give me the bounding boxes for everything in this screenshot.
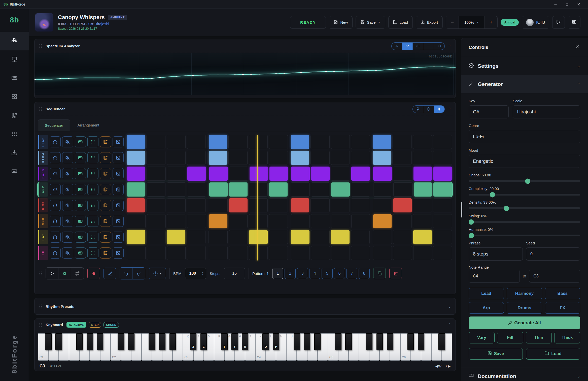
- step-cell-9[interactable]: [291, 167, 310, 181]
- step-cell-14[interactable]: [393, 167, 412, 181]
- library-button[interactable]: [100, 152, 111, 163]
- step-cell-6[interactable]: [228, 135, 247, 149]
- black-key-C#5[interactable]: [335, 333, 341, 350]
- scale-input[interactable]: Hirajoshi: [513, 105, 580, 118]
- track-label[interactable]: HARM: [38, 151, 48, 165]
- randomize-button[interactable]: [113, 200, 124, 211]
- step-cell-5[interactable]: [209, 167, 228, 181]
- close-panel-button[interactable]: [575, 44, 580, 51]
- step-badge[interactable]: STEP: [89, 322, 101, 328]
- step-cell-3[interactable]: [167, 230, 185, 244]
- step-cell-2[interactable]: [147, 167, 166, 181]
- note-to-input[interactable]: C3: [529, 270, 580, 283]
- step-cell-3[interactable]: [167, 151, 186, 165]
- black-key-F#3[interactable]: T: [221, 333, 227, 350]
- genre-input[interactable]: Lo-Fi: [469, 130, 580, 143]
- load-button[interactable]: Load: [388, 16, 413, 29]
- black-key-G#1[interactable]: [87, 333, 93, 350]
- section-documentation[interactable]: Documentation ⌄: [461, 367, 588, 381]
- step-cell-10[interactable]: [310, 198, 329, 212]
- thin-button[interactable]: Thin: [526, 332, 552, 343]
- step-cell-13[interactable]: [373, 167, 392, 181]
- generate-arp-button[interactable]: Arp: [469, 302, 504, 314]
- pattern-button-4[interactable]: 4: [309, 268, 320, 279]
- step-cell-14[interactable]: [393, 182, 412, 197]
- step-cell-15[interactable]: [413, 246, 432, 260]
- tab-sequencer[interactable]: Sequencer: [38, 119, 70, 131]
- step-cell-8[interactable]: [269, 246, 288, 260]
- step-cell-10[interactable]: [310, 151, 329, 165]
- black-key-C#6[interactable]: [407, 333, 414, 350]
- loop-button[interactable]: [71, 268, 84, 279]
- black-key-A#4[interactable]: [314, 333, 321, 350]
- black-key-C#2[interactable]: [118, 333, 124, 350]
- step-cell-10[interactable]: [311, 246, 330, 260]
- expand-chevron[interactable]: ⌄: [448, 305, 451, 308]
- step-cell-10[interactable]: [310, 135, 329, 149]
- track-label[interactable]: ARP: [38, 182, 48, 197]
- sidebar-item-apps[interactable]: [0, 125, 29, 144]
- step-cell-10[interactable]: [311, 230, 330, 244]
- slider-thumb[interactable]: [525, 178, 530, 184]
- section-settings[interactable]: Settings ⌄: [461, 57, 588, 75]
- drag-handle-icon[interactable]: [39, 271, 42, 276]
- step-cell-2[interactable]: [146, 151, 165, 165]
- phrase-input[interactable]: 8 steps: [469, 247, 523, 261]
- sidebar-item-screen[interactable]: [0, 50, 29, 69]
- step-cell-9[interactable]: [291, 198, 309, 212]
- step-cell-1[interactable]: [127, 198, 145, 212]
- step-grid-button[interactable]: [87, 216, 98, 227]
- step-cell-10[interactable]: [311, 167, 330, 181]
- randomize-button[interactable]: [113, 152, 124, 163]
- phone-filled-icon[interactable]: [434, 106, 444, 113]
- step-cell-15[interactable]: [414, 182, 432, 197]
- step-cell-15[interactable]: [413, 167, 432, 181]
- mute-button[interactable]: [62, 247, 73, 259]
- step-cell-13[interactable]: [373, 135, 391, 149]
- section-generator[interactable]: Generator ⌃: [461, 75, 588, 93]
- black-key-F#5[interactable]: [366, 333, 372, 350]
- collapse-chevron[interactable]: ⌃: [448, 44, 451, 48]
- slider-track[interactable]: [469, 207, 580, 209]
- step-cell-5[interactable]: [209, 214, 227, 228]
- slider-track[interactable]: [469, 221, 580, 223]
- step-cell-6[interactable]: [228, 151, 247, 165]
- step-cell-8[interactable]: [269, 230, 288, 244]
- library-button[interactable]: [100, 247, 111, 259]
- step-cell-1[interactable]: [127, 246, 146, 260]
- black-key-C#1[interactable]: [45, 333, 51, 350]
- step-cell-6[interactable]: [229, 214, 248, 228]
- drag-handle-icon[interactable]: [39, 323, 42, 327]
- slider-thumb[interactable]: [504, 206, 509, 211]
- step-cell-4[interactable]: [187, 151, 206, 165]
- redo-button[interactable]: [132, 268, 145, 279]
- step-grid-button[interactable]: [87, 136, 98, 147]
- sidebar-item-dashboard[interactable]: [0, 88, 29, 106]
- generator-save-button[interactable]: Save: [469, 348, 523, 360]
- minimize-button[interactable]: [550, 1, 561, 8]
- pattern-button-6[interactable]: 6: [334, 268, 345, 279]
- step-cell-15[interactable]: [413, 214, 432, 228]
- step-cell-1[interactable]: [127, 135, 145, 149]
- delete-pattern-button[interactable]: [389, 268, 402, 279]
- copy-pattern-button[interactable]: [373, 268, 386, 279]
- step-cell-3[interactable]: [167, 167, 186, 181]
- step-cell-7[interactable]: [249, 246, 268, 260]
- step-cell-16[interactable]: [433, 182, 452, 197]
- track-label[interactable]: SNR: [38, 214, 48, 228]
- help-menu-button[interactable]: ▼: [149, 268, 166, 279]
- library-button[interactable]: [100, 136, 111, 147]
- black-key-D#4[interactable]: P: [273, 333, 279, 350]
- step-cell-11[interactable]: [331, 151, 350, 165]
- track-label[interactable]: KICK: [38, 198, 48, 212]
- sidebar-item-keyboard[interactable]: [0, 162, 29, 181]
- step-cell-5[interactable]: [209, 135, 227, 149]
- new-button[interactable]: New: [329, 16, 353, 29]
- step-cell-15[interactable]: [413, 135, 432, 149]
- user-menu[interactable]: IOII3: [522, 16, 549, 29]
- waveform-icon[interactable]: [402, 43, 413, 50]
- logout-button[interactable]: [552, 16, 565, 29]
- piano-roll-button[interactable]: [75, 152, 86, 163]
- save-button[interactable]: Save▼: [356, 16, 385, 29]
- slider-track[interactable]: [469, 180, 580, 182]
